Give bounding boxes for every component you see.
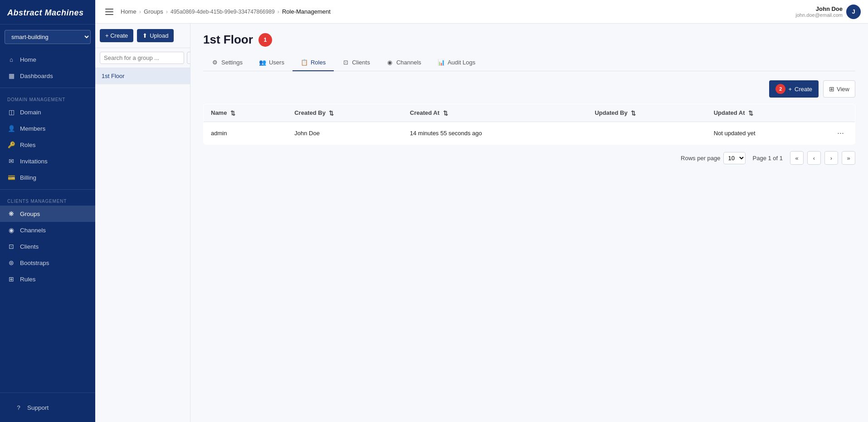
content-header: 1st Floor 1 ⚙ Settings 👥 Users 📋 Roles: [190, 24, 868, 71]
col-name[interactable]: Name ⇅: [204, 104, 288, 122]
org-select[interactable]: smart-building: [5, 30, 91, 44]
sidebar-item-groups[interactable]: ❋ Groups: [0, 206, 95, 222]
rows-per-page-label: Rows per page: [681, 155, 720, 162]
tab-audit[interactable]: 📊 Audit Logs: [429, 54, 483, 71]
rows-per-page: Rows per page 10: [681, 152, 745, 164]
sidebar-item-home[interactable]: ⌂ Home: [0, 51, 95, 68]
sidebar-item-bootstraps[interactable]: ⊛ Bootstraps: [0, 255, 95, 271]
cell-updated-at: Not updated yet: [707, 122, 826, 145]
domain-section-label: Domain Management: [0, 92, 95, 104]
sidebar-item-rules[interactable]: ⊞ Rules: [0, 271, 95, 287]
search-group-input[interactable]: [100, 52, 184, 64]
groups-panel-actions: + Create ⬆ Upload: [95, 24, 190, 48]
create-label: +: [788, 86, 792, 93]
upload-icon: ⬆: [142, 32, 147, 39]
sidebar-footer: ? Support: [0, 393, 95, 422]
breadcrumb-home[interactable]: Home: [121, 8, 137, 15]
users-icon: 👥: [259, 59, 266, 66]
col-updated-by[interactable]: Updated By ⇅: [587, 104, 706, 122]
channels-icon: ◉: [7, 226, 15, 234]
pagination: Rows per page 10 Page 1 of 1 « ‹ › »: [203, 151, 855, 165]
sidebar-item-label: Home: [20, 56, 36, 63]
home-icon: ⌂: [7, 55, 15, 64]
group-list: 1st Floor: [95, 68, 190, 422]
tab-roles-label: Roles: [311, 59, 326, 66]
breadcrumb-group-id[interactable]: 495a0869-4deb-415b-99e9-334747866989: [171, 9, 275, 15]
data-table: Name ⇅ Created By ⇅ Created At ⇅: [203, 104, 855, 145]
sidebar-toggle-button[interactable]: [102, 5, 116, 19]
sort-icon-updated-at: ⇅: [748, 110, 753, 117]
first-page-button[interactable]: «: [790, 151, 804, 165]
groups-icon: ❋: [7, 210, 15, 218]
table-area: 2 + Create ⊞ View Name ⇅: [190, 71, 868, 422]
sidebar-item-dashboards[interactable]: ▦ Dashboards: [0, 68, 95, 84]
sidebar: Abstract Machines smart-building ⌂ Home …: [0, 0, 95, 422]
table-body: admin John Doe 14 minutes 55 seconds ago…: [204, 122, 855, 145]
list-item[interactable]: 1st Floor: [95, 68, 190, 84]
prev-page-button[interactable]: ‹: [807, 151, 821, 165]
support-item[interactable]: ? Support: [7, 399, 88, 416]
app-logo: Abstract Machines: [0, 0, 95, 25]
sidebar-item-invitations[interactable]: ✉ Invitations: [0, 153, 95, 169]
sidebar-item-clients[interactable]: ⊡ Clients: [0, 238, 95, 255]
tab-channels[interactable]: ◉ Channels: [378, 54, 429, 71]
page-title-row: 1st Floor 1: [203, 33, 855, 47]
svg-rect-2: [105, 14, 113, 15]
invitations-icon: ✉: [7, 157, 15, 165]
sidebar-item-roles[interactable]: 🔑 Roles: [0, 137, 95, 153]
col-created-at[interactable]: Created At ⇅: [403, 104, 588, 122]
sidebar-item-label: Invitations: [20, 158, 48, 165]
cell-created-by: John Doe: [287, 122, 403, 145]
tab-clients-label: Clients: [352, 59, 370, 66]
sidebar-item-label: Bootstraps: [20, 260, 49, 266]
domain-icon: ◫: [7, 108, 15, 116]
breadcrumb-groups[interactable]: Groups: [144, 8, 163, 15]
sidebar-item-domain[interactable]: ◫ Domain: [0, 104, 95, 120]
cell-actions[interactable]: ···: [826, 122, 855, 145]
sidebar-item-channels[interactable]: ◉ Channels: [0, 222, 95, 238]
support-icon: ?: [15, 403, 23, 412]
tab-settings[interactable]: ⚙ Settings: [203, 54, 251, 71]
tabs: ⚙ Settings 👥 Users 📋 Roles ⊡ Clients: [203, 54, 855, 71]
rules-icon: ⊞: [7, 275, 15, 283]
table-row: admin John Doe 14 minutes 55 seconds ago…: [204, 122, 855, 145]
tab-clients[interactable]: ⊡ Clients: [334, 54, 378, 71]
last-page-button[interactable]: »: [842, 151, 855, 165]
sort-icon-created-at: ⇅: [443, 110, 448, 117]
roles-icon: 🔑: [7, 141, 15, 149]
next-page-button[interactable]: ›: [824, 151, 838, 165]
col-actions: [826, 104, 855, 122]
main-content: 1st Floor 1 ⚙ Settings 👥 Users 📋 Roles: [190, 24, 868, 422]
channels-tab-icon: ◉: [386, 59, 394, 66]
sort-icon-updated-by: ⇅: [631, 110, 636, 117]
sidebar-item-members[interactable]: 👤 Members: [0, 120, 95, 137]
tab-channels-label: Channels: [396, 59, 421, 66]
col-updated-at[interactable]: Updated At ⇅: [707, 104, 826, 122]
sort-icon-created-by: ⇅: [329, 110, 334, 117]
view-button[interactable]: ⊞ View: [823, 80, 855, 98]
org-selector[interactable]: smart-building: [5, 30, 91, 44]
upload-group-button[interactable]: ⬆ Upload: [137, 29, 174, 42]
cell-created-at: 14 minutes 55 seconds ago: [403, 122, 588, 145]
row-more-button[interactable]: ···: [834, 128, 848, 139]
page-badge: 1: [258, 33, 272, 47]
table-toolbar: 2 + Create ⊞ View: [203, 80, 855, 98]
rows-per-page-select[interactable]: 10: [723, 152, 746, 164]
topbar: Home › Groups › 495a0869-4deb-415b-99e9-…: [95, 0, 868, 24]
breadcrumb-sep-3: ›: [278, 8, 279, 15]
create-group-button[interactable]: + Create: [100, 29, 133, 42]
sidebar-item-label: Roles: [20, 142, 36, 148]
avatar[interactable]: J: [846, 5, 861, 19]
content-area: + Create ⬆ Upload ⚙ 1st Floor 1st Floor …: [95, 24, 868, 422]
audit-tab-icon: 📊: [438, 59, 445, 66]
col-created-by[interactable]: Created By ⇅: [287, 104, 403, 122]
sidebar-item-billing[interactable]: 💳 Billing: [0, 169, 95, 186]
members-icon: 👤: [7, 124, 15, 132]
tab-users[interactable]: 👥 Users: [251, 54, 293, 71]
settings-icon: ⚙: [211, 59, 219, 66]
clients-section-label: Clients Management: [0, 193, 95, 206]
tab-roles[interactable]: 📋 Roles: [293, 54, 334, 71]
sidebar-item-label: Domain: [20, 109, 41, 116]
sidebar-item-label: Rules: [20, 276, 36, 283]
create-role-button[interactable]: 2 + Create: [769, 80, 819, 98]
